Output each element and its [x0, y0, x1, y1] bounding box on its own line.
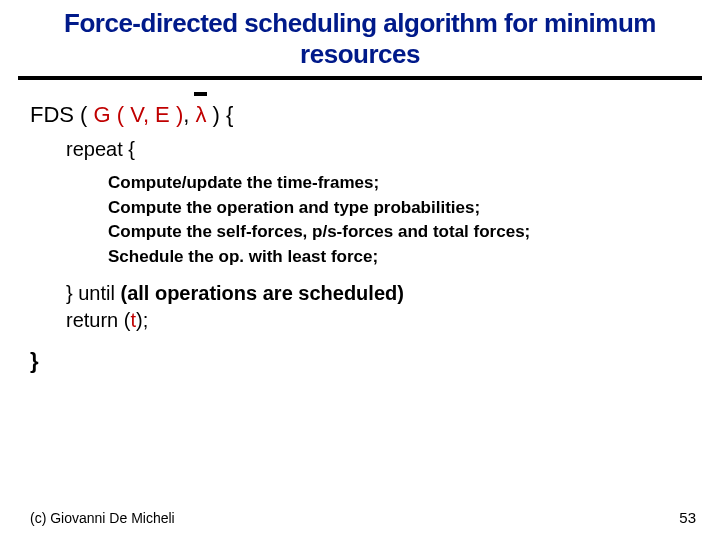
until-line: } until (all operations are scheduled) — [30, 282, 690, 305]
slide-title: Force-directed scheduling algorithm for … — [0, 0, 720, 76]
close-brace: } — [30, 348, 690, 374]
step-3: Compute the self-forces, p/s-forces and … — [30, 220, 690, 245]
lambda-arg: λ — [195, 102, 206, 128]
return-suffix: ); — [136, 309, 148, 331]
step-4: Schedule the op. with least force; — [30, 245, 690, 270]
slide-body: FDS ( G ( V, E ), λ ) { repeat { Compute… — [0, 80, 720, 374]
function-signature: FDS ( G ( V, E ), λ ) { — [30, 102, 690, 128]
step-1: Compute/update the time-frames; — [30, 171, 690, 196]
slide: Force-directed scheduling algorithm for … — [0, 0, 720, 540]
step-2: Compute the operation and type probabili… — [30, 196, 690, 221]
copyright: (c) Giovanni De Micheli — [30, 510, 175, 526]
sig-suffix: ) { — [206, 102, 233, 127]
return-line: return (t); — [30, 309, 690, 332]
graph-arg: G ( V, E ) — [94, 102, 184, 127]
until-prefix: } until — [66, 282, 120, 304]
until-condition: (all operations are scheduled) — [120, 282, 403, 304]
page-number: 53 — [679, 509, 696, 526]
sig-prefix: FDS ( — [30, 102, 94, 127]
repeat-open: repeat { — [30, 138, 690, 161]
return-prefix: return ( — [66, 309, 130, 331]
sig-mid: , — [183, 102, 195, 127]
